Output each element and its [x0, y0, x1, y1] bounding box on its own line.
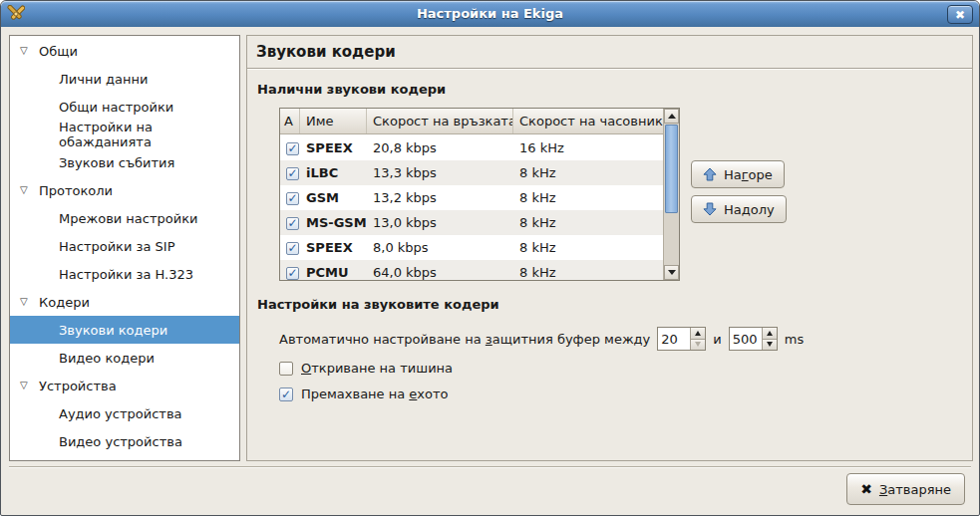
sidebar-item[interactable]: ▽Кодери	[10, 288, 239, 316]
sidebar-item-label: Протоколи	[39, 183, 113, 198]
footer-separator	[9, 466, 971, 467]
jitter-min-spin-down-button[interactable]	[691, 339, 705, 351]
triangle-down-icon[interactable]: ▽	[20, 381, 33, 390]
sidebar-item-label: Настройки за H.323	[59, 267, 193, 282]
move-up-button[interactable]: Нагоре	[691, 160, 785, 188]
codec-settings-section-title: Настройки на звуковите кодери	[257, 297, 499, 312]
jitter-min-spin-up-button[interactable]	[691, 328, 705, 339]
window-title: Настройки на Ekiga	[41, 1, 939, 27]
jitter-conjunction-label: и	[713, 332, 721, 347]
table-row[interactable]: ✓SPEEX8,0 kbps8 kHz	[280, 235, 663, 260]
sidebar-item-label: Кодери	[39, 295, 90, 310]
echo-cancellation-checkbox[interactable]: ✓	[279, 387, 293, 401]
close-button-label: Затваряне	[879, 482, 951, 497]
sidebar-item[interactable]: Звукови събития	[10, 148, 239, 176]
window-close-button[interactable]: ✖	[947, 5, 973, 24]
table-row[interactable]: ✓SPEEX20,8 kbps16 kHz	[280, 135, 663, 160]
triangle-down-icon[interactable]: ▽	[20, 185, 33, 195]
sidebar-item[interactable]: Лични данни	[10, 65, 239, 93]
jitter-buffer-row: Автоматично настройване на защитния буфе…	[279, 327, 804, 351]
scrollbar-thumb[interactable]	[665, 125, 678, 213]
echo-cancellation-checkbox-row[interactable]: ✓ Премахване на ехото	[279, 387, 449, 401]
codec-clock: 8 kHz	[513, 165, 663, 180]
sidebar-item[interactable]: Видео устройства	[10, 427, 239, 455]
jitter-unit-label: ms	[785, 332, 804, 347]
codecs-table: АИмеСкорост на връзкатаСкорост на часовн…	[279, 108, 680, 281]
titlebar[interactable]: Настройки на Ekiga ✖	[1, 1, 979, 27]
codec-enabled-checkbox[interactable]: ✓	[286, 142, 299, 155]
sidebar-item[interactable]: ▽Протоколи	[10, 176, 239, 204]
sidebar-item-label: Аудио устройства	[59, 406, 182, 421]
column-header[interactable]: Скорост на връзката	[367, 109, 513, 133]
codec-enabled-checkbox[interactable]: ✓	[286, 192, 299, 205]
codec-clock: 8 kHz	[513, 215, 663, 230]
sidebar-item[interactable]: ▽Устройства	[10, 372, 239, 399]
jitter-max-spin-down-button[interactable]	[763, 339, 777, 351]
spin-down-arrow-icon	[767, 342, 773, 347]
codec-enabled-checkbox[interactable]: ✓	[286, 242, 299, 255]
column-header[interactable]: Скорост на часовника	[513, 109, 663, 133]
silence-detection-checkbox[interactable]	[279, 362, 293, 376]
sidebar-item[interactable]: Настройки за SIP	[10, 232, 239, 260]
spin-up-arrow-icon	[767, 331, 773, 336]
scroll-down-button[interactable]	[664, 265, 679, 280]
sidebar-tree[interactable]: ▽ОбщиЛични данниОбщи настройкиНастройки …	[9, 35, 240, 461]
sidebar-item[interactable]: Настройки на обажданията	[10, 121, 239, 148]
jitter-max-spinbox	[729, 327, 778, 351]
codec-bitrate: 13,2 kbps	[367, 190, 513, 205]
sidebar-item[interactable]: Аудио устройства	[10, 399, 239, 427]
codec-bitrate: 13,3 kbps	[367, 165, 513, 180]
close-x-icon: ✖	[955, 8, 965, 22]
sidebar-item[interactable]: Настройки за H.323	[10, 260, 239, 288]
table-scrollbar[interactable]	[663, 109, 679, 280]
close-button[interactable]: ✖ Затваряне	[846, 473, 965, 505]
codec-enabled-checkbox[interactable]: ✓	[286, 167, 299, 180]
silence-detection-label: Откриване на тишина	[301, 361, 453, 376]
sidebar-item[interactable]: Звукови кодери	[10, 316, 239, 344]
preferences-window: Настройки на Ekiga ✖ ▽ОбщиЛични данниОбщ…	[0, 0, 980, 516]
triangle-down-icon[interactable]: ▽	[20, 297, 33, 307]
codec-clock: 8 kHz	[513, 240, 663, 255]
sidebar-item-label: Устройства	[39, 379, 117, 393]
column-header[interactable]: Име	[300, 109, 367, 133]
tools-icon[interactable]	[7, 5, 25, 23]
sidebar-item-label: Видео кодери	[59, 351, 155, 366]
jitter-max-input[interactable]	[730, 328, 762, 350]
sidebar-item[interactable]: Мрежови настройки	[10, 204, 239, 232]
scroll-down-arrow-icon	[668, 270, 676, 275]
sidebar-item-label: Настройки на обажданията	[59, 120, 239, 149]
codec-enabled-checkbox[interactable]: ✓	[286, 267, 299, 280]
table-row[interactable]: ✓MS-GSM13,0 kbps8 kHz	[280, 210, 663, 235]
triangle-down-icon[interactable]: ▽	[20, 46, 33, 56]
codec-clock: 8 kHz	[513, 190, 663, 205]
move-down-label: Надолу	[724, 202, 775, 217]
column-header[interactable]: А	[280, 109, 300, 133]
sidebar-item[interactable]: ▽Общи	[10, 37, 239, 65]
jitter-buffer-label: Автоматично настройване на защитния буфе…	[279, 332, 650, 347]
codec-clock: 16 kHz	[513, 140, 663, 155]
sidebar-item[interactable]: Видео кодери	[10, 344, 239, 372]
table-row[interactable]: ✓PCMU64,0 kbps8 kHz	[280, 260, 663, 281]
sidebar-item-label: Общи	[39, 44, 78, 59]
jitter-max-spin-up-button[interactable]	[763, 328, 777, 339]
sidebar-item-label: Звукови събития	[59, 155, 174, 170]
sidebar-item[interactable]: Общи настройки	[10, 93, 239, 121]
sidebar-item-label: Настройки за SIP	[59, 239, 175, 254]
table-row[interactable]: ✓GSM13,2 kbps8 kHz	[280, 185, 663, 210]
codec-name: GSM	[300, 190, 367, 205]
codec-bitrate: 20,8 kbps	[367, 140, 513, 155]
main-panel: Звукови кодери Налични звукови кодери АИ…	[246, 35, 973, 461]
codec-name: SPEEX	[300, 140, 367, 155]
move-down-button[interactable]: Надолу	[691, 195, 787, 223]
jitter-min-input[interactable]	[658, 328, 690, 350]
codec-bitrate: 64,0 kbps	[367, 265, 513, 280]
codec-enabled-checkbox[interactable]: ✓	[286, 217, 299, 230]
scroll-up-button[interactable]	[664, 109, 679, 124]
x-mark-icon: ✖	[860, 482, 872, 496]
available-codecs-section-title: Налични звукови кодери	[257, 82, 446, 97]
silence-detection-checkbox-row[interactable]: Откриване на тишина	[279, 361, 453, 376]
table-row[interactable]: ✓iLBC13,3 kbps8 kHz	[280, 160, 663, 185]
codec-name: MS-GSM	[300, 215, 367, 230]
spin-down-arrow-icon	[695, 342, 701, 347]
sidebar-item-label: Звукови кодери	[59, 323, 167, 338]
